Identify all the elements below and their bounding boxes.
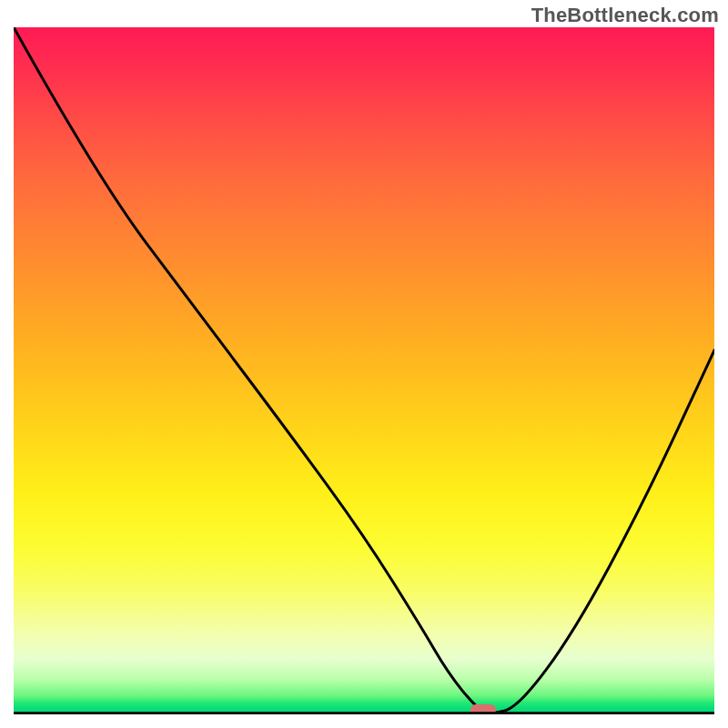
plot-area: [14, 27, 714, 714]
chart-container: TheBottleneck.com: [0, 0, 728, 728]
attribution-label: TheBottleneck.com: [531, 4, 719, 27]
bottleneck-curve: [14, 27, 714, 713]
chart-overlay: [14, 27, 714, 714]
